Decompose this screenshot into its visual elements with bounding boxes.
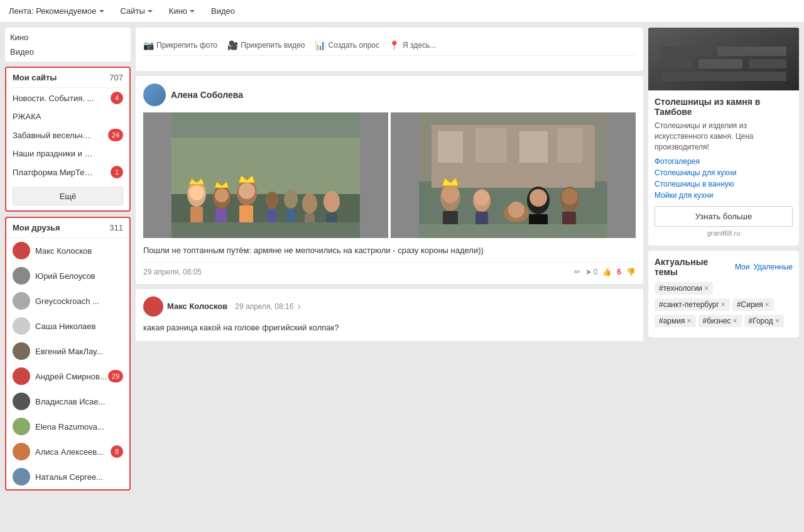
friend-avatar-5 xyxy=(13,367,30,385)
attach-video-label: Прикрепить видео xyxy=(241,41,305,50)
topics-title: Актуальные темы xyxy=(655,257,731,277)
like-icon: 👍 xyxy=(602,268,612,276)
dislike-icon: 👎 xyxy=(626,268,636,276)
my-friends-title: Мои друзья xyxy=(13,223,60,232)
friend-item-5[interactable]: Андрей Смирнов...29 xyxy=(6,364,129,389)
post1-text: Пошли не топтанным путём: армяне не мело… xyxy=(143,244,636,257)
site-label-1: РЖАКА xyxy=(13,112,41,121)
ad-link-3[interactable]: Мойки для кухни xyxy=(655,191,793,200)
topic-tag-3: #армия × xyxy=(655,315,696,327)
topic-tag-5: #Город × xyxy=(744,315,784,327)
ad-learn-more-button[interactable]: Узнать больше xyxy=(655,206,793,227)
friend-badge-8: 8 xyxy=(111,445,123,458)
ad-link-0[interactable]: Фотогалерея xyxy=(655,157,793,166)
my-friends-panel: Мои друзья 311 Макс КолосковЮрий Белоусо… xyxy=(5,217,131,491)
ad-link-1[interactable]: Столешницы для кухни xyxy=(655,168,793,177)
video-icon: 🎥 xyxy=(227,40,237,50)
site-item-3[interactable]: Наши праздники и п... xyxy=(6,145,129,162)
post1-author-avatar xyxy=(143,84,166,106)
post2-author[interactable]: Макс Колосков xyxy=(167,301,227,311)
sidebar-link-video[interactable]: Видео xyxy=(5,45,131,59)
left-sidebar: Кино Видео Мои сайты 707 Новости. Событи… xyxy=(5,28,131,491)
friend-avatar-7 xyxy=(13,418,30,435)
friend-item-4[interactable]: Евгений МакЛау... xyxy=(6,339,129,364)
post1-dislike-btn[interactable]: 👎 xyxy=(626,268,636,276)
topic-tag-close-0[interactable]: × xyxy=(704,284,709,293)
nav-lenta[interactable]: Лента: Рекомендуемое xyxy=(6,1,107,21)
site-item-0[interactable]: Новости. События. ... 4 xyxy=(6,88,129,108)
location-btn[interactable]: 📍 Я здесь... xyxy=(389,40,436,50)
my-sites-panel: Мои сайты 707 Новости. События. ... 4 РЖ… xyxy=(5,67,131,212)
friend-item-2[interactable]: Greycockroach ... xyxy=(6,288,129,313)
post1-edit-btn[interactable]: ✏ xyxy=(574,268,580,276)
post1-share-btn[interactable]: ➤ 0 xyxy=(585,268,598,276)
topics-deleted-link[interactable]: Удаленные xyxy=(753,263,793,271)
nav-video-label: Видео xyxy=(211,6,235,16)
friend-avatar-9 xyxy=(13,468,30,486)
svg-point-33 xyxy=(442,185,459,203)
create-poll-label: Создать опрос xyxy=(329,41,379,50)
ad-domain: granit68.ru xyxy=(655,227,793,239)
friend-item-3[interactable]: Саша Николаев xyxy=(6,313,129,339)
nav-sites[interactable]: Сайты xyxy=(118,1,155,21)
site-item-2[interactable]: Забавный весельчак... 24 xyxy=(6,125,129,145)
nav-lenta-label: Лента: Рекомендуемое xyxy=(9,6,97,16)
create-poll-btn[interactable]: 📊 Создать опрос xyxy=(315,40,379,50)
post1-image-right xyxy=(391,112,636,238)
topic-tag-0: #технологии × xyxy=(655,282,713,295)
friend-item-8[interactable]: Алиса Алексеев...8 xyxy=(6,439,129,464)
site-item-4[interactable]: Платформа МирТесен... 1 xyxy=(6,162,129,182)
friend-item-1[interactable]: Юрий Белоусов xyxy=(6,263,129,288)
topic-tag-close-4[interactable]: × xyxy=(733,317,737,325)
friend-item-0[interactable]: Макс Колосков xyxy=(6,238,129,263)
svg-rect-29 xyxy=(519,131,548,163)
friend-avatar-3 xyxy=(13,317,30,335)
sidebar-link-kino[interactable]: Кино xyxy=(5,30,131,45)
nav-video[interactable]: Видео xyxy=(209,1,237,21)
topics-my-link[interactable]: Мои xyxy=(735,263,750,271)
right-sidebar: Столешницы из камня в Тамбове Столешницы… xyxy=(648,28,799,337)
location-icon: 📍 xyxy=(389,40,399,50)
site-label-2: Забавный весельчак... xyxy=(13,131,94,140)
svg-point-43 xyxy=(562,188,578,205)
topic-tag-close-1[interactable]: × xyxy=(721,300,725,309)
ad-link-2[interactable]: Столешницы в ванную xyxy=(655,180,793,188)
edit-icon: ✏ xyxy=(574,268,580,276)
post2-expand-icon[interactable]: › xyxy=(297,300,301,313)
my-sites-count: 707 xyxy=(109,73,123,82)
post1-images xyxy=(143,112,636,238)
attach-photo-btn[interactable]: 📷 Прикрепить фото xyxy=(143,40,217,50)
friend-item-6[interactable]: Владислав Исае... xyxy=(6,389,129,414)
sidebar-top-links: Кино Видео xyxy=(5,28,131,62)
svg-point-5 xyxy=(189,185,204,200)
topic-tag-close-2[interactable]: × xyxy=(765,300,769,309)
friend-label-3: Саша Николаев xyxy=(35,322,95,331)
friend-label-1: Юрий Белоусов xyxy=(35,271,95,281)
svg-point-17 xyxy=(284,190,298,209)
share-icon: ➤ xyxy=(585,268,592,276)
site-label-3: Наши праздники и п... xyxy=(13,149,94,158)
site-label-4: Платформа МирТесен... xyxy=(13,168,94,177)
site-label-0: Новости. События. ... xyxy=(13,94,94,103)
svg-rect-50 xyxy=(717,46,786,56)
post1-actions: ✏ ➤ 0 👍 6 👎 xyxy=(574,268,636,276)
topic-tag-close-3[interactable]: × xyxy=(687,317,691,325)
site-badge-2: 24 xyxy=(108,129,123,141)
post1-date: 29 апреля, 08:05 xyxy=(143,268,202,276)
friend-label-0: Макс Колосков xyxy=(35,246,92,256)
post1-share-count: 0 xyxy=(594,268,598,276)
post1-like-btn[interactable]: 👍 xyxy=(602,268,612,276)
my-friends-count: 311 xyxy=(109,223,123,232)
attach-video-btn[interactable]: 🎥 Прикрепить видео xyxy=(227,40,305,50)
post1-author-name[interactable]: Алена Соболева xyxy=(171,90,243,100)
post1-like-count: 6 xyxy=(617,268,621,276)
topic-tag-close-5[interactable]: × xyxy=(775,317,780,325)
nav-kino[interactable]: Кино xyxy=(166,1,197,21)
poll-icon: 📊 xyxy=(315,40,325,50)
friend-item-9[interactable]: Наталья Сергее... xyxy=(6,464,129,489)
friend-item-7[interactable]: Elena Razumova... xyxy=(6,414,129,439)
sites-more-button[interactable]: Ещё xyxy=(13,187,123,205)
site-item-1[interactable]: РЖАКА xyxy=(6,108,129,125)
ad-image xyxy=(648,28,799,90)
post1-meta: 29 апреля, 08:05 ✏ ➤ 0 👍 6 👎 xyxy=(143,262,636,276)
